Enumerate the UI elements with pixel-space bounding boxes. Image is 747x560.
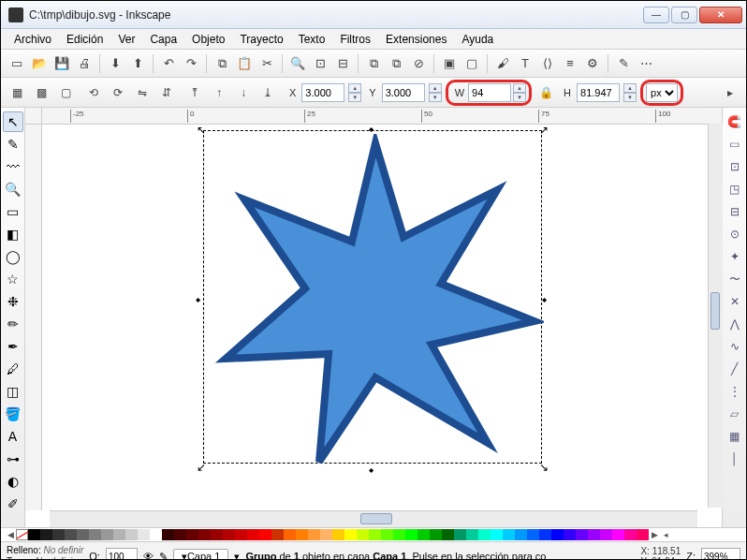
color-swatch[interactable]: [89, 529, 101, 540]
color-swatch[interactable]: [28, 529, 40, 540]
snap-guide-button[interactable]: │: [725, 449, 745, 469]
color-swatch[interactable]: [259, 529, 271, 540]
scale-handle-icon[interactable]: ⬥: [195, 292, 204, 302]
selector-tool[interactable]: ↖: [3, 111, 23, 132]
color-swatch[interactable]: [442, 529, 454, 540]
color-swatch[interactable]: [174, 529, 186, 540]
color-swatch[interactable]: [551, 529, 564, 540]
layer-selector[interactable]: ▾Capa 1: [173, 549, 228, 561]
import-button[interactable]: ⬇: [105, 53, 125, 74]
calligraphy-tool[interactable]: 🖊: [3, 359, 23, 379]
color-swatch[interactable]: [393, 529, 405, 540]
ruler-vertical[interactable]: [25, 125, 42, 510]
color-swatch[interactable]: [478, 529, 491, 540]
menu-trayecto[interactable]: Trayecto: [232, 31, 290, 48]
color-swatch[interactable]: [247, 529, 259, 540]
snap-line-button[interactable]: ╱: [725, 359, 745, 379]
node-tool[interactable]: ✎: [3, 134, 23, 155]
close-button[interactable]: ✕: [699, 7, 742, 23]
color-swatch[interactable]: [588, 529, 600, 540]
color-swatch[interactable]: [624, 529, 637, 540]
color-swatch[interactable]: [515, 529, 527, 540]
visibility-toggle-icon[interactable]: 👁: [143, 551, 154, 560]
undo-button[interactable]: ↶: [158, 53, 179, 74]
color-swatch[interactable]: [198, 529, 211, 540]
dropper-tool[interactable]: ✐: [3, 494, 23, 514]
fill-dialog-button[interactable]: 🖌: [492, 53, 513, 74]
pen-tool[interactable]: ✒: [3, 336, 23, 357]
star-tool[interactable]: ☆: [3, 269, 23, 289]
export-button[interactable]: ⬆: [127, 53, 148, 74]
color-swatch[interactable]: [138, 529, 150, 540]
color-swatch[interactable]: [454, 529, 466, 540]
menu-edicion[interactable]: Edición: [59, 31, 110, 48]
color-swatch[interactable]: [405, 529, 417, 540]
color-swatch[interactable]: [344, 529, 357, 540]
snap-center-button[interactable]: ⊙: [725, 224, 745, 244]
opacity-input[interactable]: [106, 548, 138, 560]
menu-capa[interactable]: Capa: [142, 31, 184, 48]
raise-button[interactable]: ↑: [209, 82, 229, 103]
color-swatch[interactable]: [637, 529, 649, 540]
palette-right-icon[interactable]: ▶: [649, 530, 660, 539]
snap-path-button[interactable]: 〜: [725, 269, 745, 289]
zoom-page-button[interactable]: ⊡: [310, 53, 330, 74]
rotate-ccw-button[interactable]: ⟲: [83, 82, 104, 103]
group-button[interactable]: ▣: [439, 53, 460, 74]
clone-button[interactable]: ⧉: [363, 53, 384, 74]
color-swatch[interactable]: [150, 529, 162, 540]
snap-bbox-button[interactable]: ▭: [725, 134, 745, 155]
color-swatch[interactable]: [503, 529, 515, 540]
select-all-layers-button[interactable]: ▦: [7, 82, 27, 103]
vertical-scrollbar[interactable]: [708, 124, 723, 508]
color-swatch[interactable]: [369, 529, 381, 540]
lower-button[interactable]: ↓: [233, 82, 254, 103]
color-swatch[interactable]: [284, 529, 296, 540]
pencil-tool[interactable]: ✏: [3, 314, 23, 334]
eraser-tool[interactable]: ◫: [3, 381, 23, 402]
snap-smooth-button[interactable]: ∿: [725, 336, 745, 357]
text-dialog-button[interactable]: T: [515, 53, 535, 74]
color-swatch[interactable]: [125, 529, 138, 540]
zoom-fit-button[interactable]: 🔍: [287, 53, 308, 74]
color-swatch[interactable]: [271, 529, 284, 540]
deselect-button[interactable]: ▢: [55, 82, 76, 103]
rotate-cw-button[interactable]: ⟳: [108, 82, 128, 103]
spiral-tool[interactable]: ❉: [3, 291, 23, 312]
more-button[interactable]: ⋯: [636, 53, 656, 74]
color-swatch[interactable]: [600, 529, 612, 540]
flip-v-button[interactable]: ⇵: [156, 82, 177, 103]
menu-ver[interactable]: Ver: [110, 31, 142, 48]
color-swatch[interactable]: [417, 529, 430, 540]
scale-handle-icon[interactable]: ↗: [539, 125, 549, 133]
layer-menu-icon[interactable]: ▾: [234, 551, 240, 561]
scale-handle-icon[interactable]: ⬥: [368, 125, 377, 131]
color-swatch[interactable]: [186, 529, 198, 540]
open-button[interactable]: 📂: [29, 53, 50, 74]
zoom-tool[interactable]: 🔍: [3, 179, 23, 199]
maximize-button[interactable]: ▢: [671, 7, 697, 23]
minimize-button[interactable]: —: [643, 7, 669, 23]
color-swatch[interactable]: [77, 529, 89, 540]
save-button[interactable]: 💾: [51, 53, 72, 74]
fill-tool[interactable]: 🪣: [3, 404, 23, 424]
color-swatch[interactable]: [539, 529, 551, 540]
raise-top-button[interactable]: ⤒: [184, 82, 205, 103]
x-input[interactable]: [301, 83, 344, 102]
no-color-swatch[interactable]: [16, 529, 28, 540]
y-spinner[interactable]: ▲▼: [429, 83, 442, 102]
xml-button[interactable]: ⟨⟩: [537, 53, 558, 74]
color-swatch[interactable]: [223, 529, 235, 540]
palette-left-icon[interactable]: ◀: [5, 530, 16, 539]
color-swatch[interactable]: [211, 529, 223, 540]
ungroup-button[interactable]: ▢: [461, 53, 482, 74]
snap-edge-button[interactable]: ⊡: [725, 156, 745, 177]
w-input[interactable]: [468, 83, 511, 102]
lower-bottom-button[interactable]: ⤓: [257, 82, 278, 103]
color-swatch[interactable]: [235, 529, 247, 540]
flip-h-button[interactable]: ⇋: [132, 82, 153, 103]
print-button[interactable]: 🖨: [74, 53, 95, 74]
copy-button[interactable]: ⧉: [212, 53, 232, 74]
unlink-button[interactable]: ⊘: [408, 53, 429, 74]
menu-texto[interactable]: Texto: [291, 31, 333, 48]
